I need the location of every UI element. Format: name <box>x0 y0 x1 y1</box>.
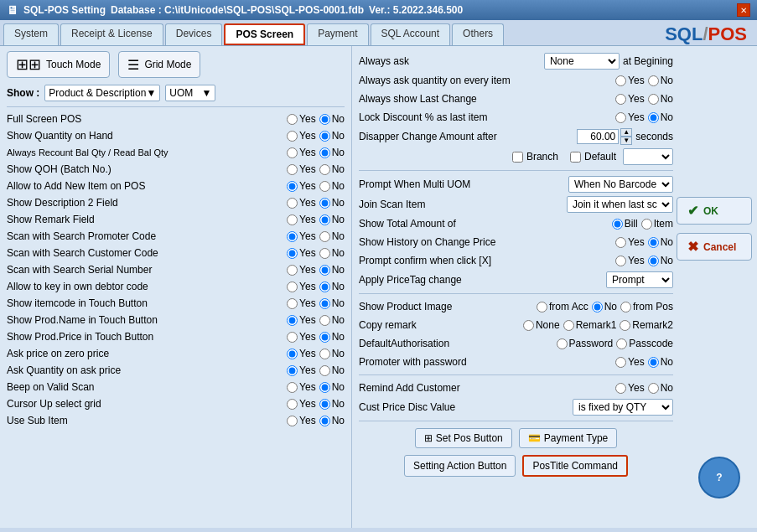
set-pos-button[interactable]: ⊞ Set Pos Button <box>415 428 512 448</box>
always-ask-qty-row: Always ask quantity on every item Yes No <box>359 71 673 90</box>
bottom-buttons-row-2: Setting Action Button PosTitle Command <box>359 455 673 477</box>
title-bar: 🖥 SQL-POS Setting Database : C:\itUnicod… <box>0 0 757 20</box>
default-checkbox[interactable] <box>570 152 581 163</box>
default-label: Default <box>584 151 616 163</box>
remind-add-customer-label: Remind Add Customer <box>359 382 615 394</box>
close-button[interactable]: ✕ <box>737 3 750 17</box>
show-label: Show : <box>7 87 39 99</box>
disapper-input[interactable] <box>577 129 619 144</box>
lock-discount-row: Lock Discount % as last item Yes No <box>359 108 673 127</box>
grid-mode-button[interactable]: ☰ Grid Mode <box>118 51 200 78</box>
set-pos-icon: ⊞ <box>424 432 433 444</box>
tab-receipt[interactable]: Receipt & License <box>60 23 163 45</box>
ok-button[interactable]: ✔ OK <box>677 197 752 225</box>
always-ask-row: Always ask None at Begining <box>359 51 673 71</box>
tab-others[interactable]: Others <box>452 23 504 45</box>
bottom-buttons-row: ⊞ Set Pos Button 💳 Payment Type <box>359 428 673 448</box>
branch-select[interactable] <box>623 148 673 165</box>
option-ask-price-zero: Ask price on zero price Yes No <box>7 345 345 362</box>
copy-remark-label: Copy remark <box>359 319 523 331</box>
pos-title-command-button[interactable]: PosTitle Command <box>522 455 628 477</box>
option-no-radio-0[interactable] <box>319 114 330 125</box>
tab-payment[interactable]: Payment <box>307 23 368 45</box>
payment-type-label: Payment Type <box>544 432 609 444</box>
option-key-debtor: Allow to key in own debtor code Yes No <box>7 278 345 295</box>
option-show-qoh: Show QOH (Batch No.) Yes No <box>7 161 345 178</box>
show-row: Show : Product & Description ▼ UOM ▼ <box>7 85 345 101</box>
option-remark-field: Show Remark Field Yes No <box>7 211 345 228</box>
tab-system[interactable]: System <box>3 23 59 45</box>
prompt-confirm-label: Prompt confirm when click [X] <box>359 255 615 266</box>
option-no-label-0[interactable]: No <box>319 113 345 125</box>
option-show-itemcode: Show itemcode in Touch Button Yes No <box>7 295 345 312</box>
show-dropdown-1-arrow: ▼ <box>146 87 156 99</box>
prompt-multi-uom-label: Prompt When Multi UOM <box>359 178 568 190</box>
left-panel: ⊞⊞ Touch Mode ☰ Grid Mode Show : Product… <box>0 46 352 528</box>
set-pos-label: Set Pos Button <box>436 432 503 444</box>
help-button[interactable]: ? <box>698 457 740 498</box>
payment-type-button[interactable]: 💳 Payment Type <box>519 428 618 448</box>
tabs-row: System Receipt & License Devices POS Scr… <box>0 20 757 46</box>
title-bar-title: SQL-POS Setting <box>23 4 106 16</box>
touch-mode-button[interactable]: ⊞⊞ Touch Mode <box>7 51 110 78</box>
lock-discount-label: Lock Discount % as last item <box>359 111 615 123</box>
branch-checkbox[interactable] <box>512 152 523 163</box>
title-bar-database: Database : C:\itUnicode\SQL-POS\SQL-POS-… <box>111 4 364 16</box>
show-dropdown-2[interactable]: UOM ▼ <box>165 85 215 101</box>
side-buttons: ✔ OK ✖ Cancel <box>677 197 752 261</box>
option-radio-0: Yes No <box>287 113 345 125</box>
prompt-multi-uom-control: When No Barcode <box>568 176 673 193</box>
option-label-0: Full Screen POS <box>7 113 287 125</box>
option-beep-scan: Beep on Valid Scan Yes No <box>7 379 345 395</box>
cancel-x-icon: ✖ <box>687 239 698 255</box>
show-dropdown-1[interactable]: Product & Description ▼ <box>44 85 160 101</box>
option-cursor-up: Cursor Up select grid Yes No <box>7 395 345 412</box>
ok-label: OK <box>703 205 718 217</box>
cust-price-disc-control: is fixed by QTY <box>573 399 673 416</box>
option-scan-serial: Scan with Search Serial Number Yes No <box>7 261 345 278</box>
cust-price-disc-select[interactable]: is fixed by QTY <box>573 399 673 416</box>
show-product-image-row: Show Product Image from Acc No from Pos <box>359 297 673 316</box>
prompt-multi-uom-select[interactable]: When No Barcode <box>568 176 673 193</box>
cancel-label: Cancel <box>703 241 736 253</box>
app-icon: 🖥 <box>7 3 18 17</box>
option-scan-promoter: Scan with Search Promoter Code Yes No <box>7 228 345 245</box>
default-auth-row: DefaultAuthorisation Password Passcode <box>359 334 673 353</box>
option-show-qty: Show Quantity on Hand Yes No <box>7 127 345 144</box>
show-history-row: Show History on Change Price Yes No <box>359 233 673 251</box>
apply-pricetag-select[interactable]: Prompt <box>606 271 673 288</box>
setting-action-label: Setting Action Button <box>413 460 506 472</box>
option-yes-radio-0[interactable] <box>287 114 298 125</box>
option-desc2-field: Show Description 2 Field Yes No <box>7 194 345 211</box>
promoter-password-row: Promoter with password Yes No <box>359 353 673 371</box>
disapper-spinner: ▲ ▼ <box>577 128 632 145</box>
show-dropdown-2-value: UOM <box>169 87 193 99</box>
show-product-image-label: Show Product Image <box>359 301 537 312</box>
option-show-prodprice: Show Prod.Price in Touch Button Yes No <box>7 328 345 345</box>
tab-sql-account[interactable]: SQL Account <box>371 23 451 45</box>
show-dropdown-2-arrow: ▼ <box>201 87 211 99</box>
pos-title-command-label: PosTitle Command <box>532 460 618 472</box>
always-show-last-change-label: Always show Last Change <box>359 93 615 105</box>
option-recount-bal: Always Recount Bal Qty / Read Bal Qty Ye… <box>7 144 345 161</box>
setting-action-button[interactable]: Setting Action Button <box>404 455 516 477</box>
title-bar-version: Ver.: 5.2022.346.500 <box>369 4 463 16</box>
spinner-down[interactable]: ▼ <box>620 137 632 145</box>
join-scan-select[interactable]: Join it when last sc <box>567 196 673 213</box>
always-ask-select[interactable]: None <box>544 53 620 70</box>
option-ask-qty: Ask Quantity on ask price Yes No <box>7 362 345 379</box>
spinner-up[interactable]: ▲ <box>620 128 632 137</box>
tab-devices[interactable]: Devices <box>165 23 223 45</box>
always-ask-qty-label: Always ask quantity on every item <box>359 75 615 86</box>
grid-mode-label: Grid Mode <box>144 59 191 70</box>
option-scan-customer: Scan with Search Customer Code Yes No <box>7 245 345 261</box>
remind-add-customer-row: Remind Add Customer Yes No <box>359 379 673 397</box>
branch-label: Branch <box>526 151 558 163</box>
disapper-row: Disapper Change Amount after ▲ ▼ seconds <box>359 127 673 147</box>
option-yes-label-0[interactable]: Yes <box>287 113 316 125</box>
right-panel: Always ask None at Begining Always ask q… <box>352 46 757 528</box>
join-scan-row: Join Scan Item Join it when last sc <box>359 194 673 214</box>
tab-pos-screen[interactable]: POS Screen <box>224 23 305 45</box>
cancel-button[interactable]: ✖ Cancel <box>677 233 752 261</box>
ok-checkmark-icon: ✔ <box>687 203 698 219</box>
